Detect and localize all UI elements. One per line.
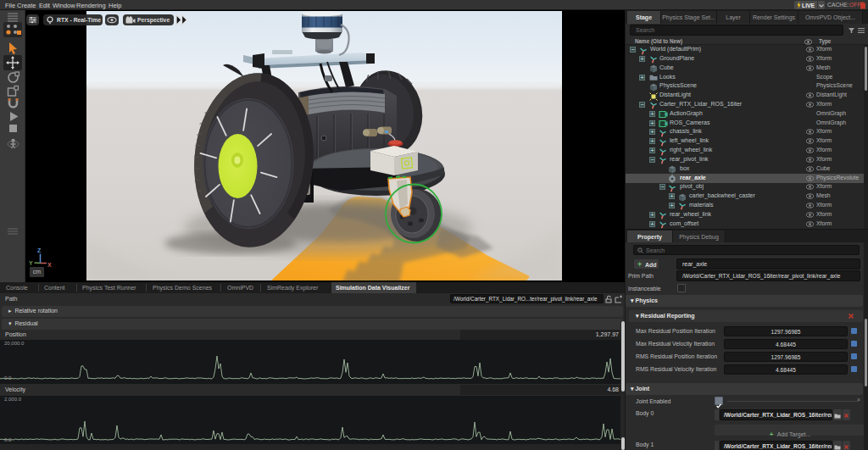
svg-text:Y: Y <box>29 260 33 266</box>
svg-text:Z: Z <box>37 247 42 253</box>
svg-text:X: X <box>47 262 52 268</box>
